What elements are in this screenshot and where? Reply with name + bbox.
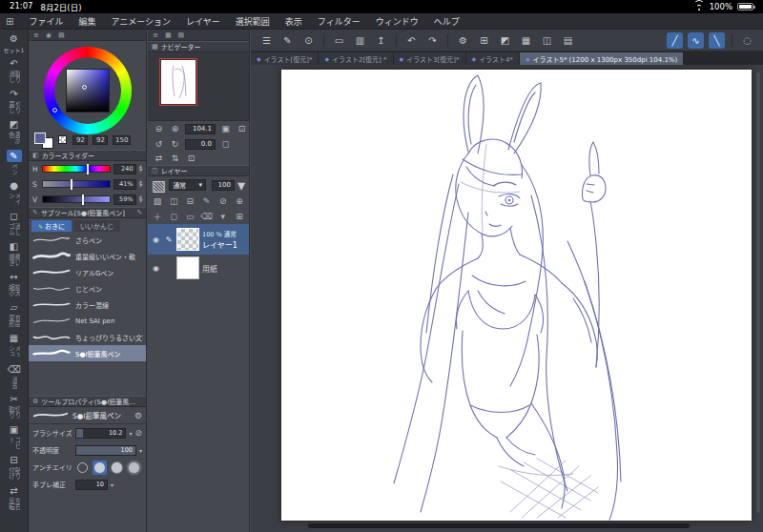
color-ring-icon[interactable]: ⊙ (300, 32, 317, 49)
brush-item[interactable]: ちょっぴりうるさい文字ペン (29, 329, 146, 345)
quick-access-set-label[interactable]: セット1 (4, 46, 25, 54)
export-icon[interactable]: ↥ (373, 32, 389, 49)
clip-layer-icon[interactable]: ⊟ (183, 196, 196, 206)
value-value[interactable]: 59% (113, 194, 136, 205)
edge-item-paste[interactable]: ⊟ 貼り付け (1, 452, 28, 482)
transparent-swatch[interactable] (58, 135, 67, 144)
opacity-slider[interactable]: 100 (75, 445, 136, 456)
layer-opacity-caret-icon[interactable]: ▾ (237, 176, 245, 194)
zoom-value[interactable]: 104.1 (185, 124, 216, 134)
delete-layer-icon[interactable]: ⌫ (200, 212, 214, 221)
saturation-value-square[interactable] (66, 69, 110, 113)
antialias-weak-button[interactable] (93, 460, 107, 475)
quick-line-icon[interactable]: ╱ (667, 32, 683, 49)
edge-item-redo[interactable]: ↷ やり直し (1, 86, 28, 116)
canvas-tab-active[interactable]: ◆ イラスト5* (1200 x 1300px 350dpi 104.1%) (520, 52, 684, 65)
blend-mode-select[interactable]: 通常 ▾ (169, 179, 206, 191)
hue-marker[interactable] (52, 108, 57, 113)
brush-icon[interactable]: ✎ (279, 32, 296, 49)
rotation-value[interactable]: 0.0 (185, 139, 216, 150)
draft-layer-icon[interactable]: ✎ (200, 196, 214, 206)
flip-horizontal-icon[interactable]: ⇄ (153, 153, 165, 163)
material-icon[interactable]: ▤ (560, 32, 576, 49)
saturation-slider[interactable] (42, 180, 111, 188)
snap-ruler-icon[interactable]: ◩ (497, 32, 513, 49)
edge-item-main-color[interactable]: ● メイン (1, 177, 28, 208)
canvas-tab-1[interactable]: ◆ イラスト[復元]* (251, 52, 319, 65)
menu-selection[interactable]: 選択範囲 (228, 15, 278, 28)
brush-item[interactable]: 重量級いいペン・軟 (29, 248, 146, 264)
rotate-right-icon[interactable]: ↻ (169, 139, 181, 149)
marquee-icon[interactable]: ▭ (331, 32, 347, 49)
canvas-tab-2[interactable]: ◆ イラスト2[復元] * (319, 52, 393, 65)
actual-pixels-icon[interactable]: ⊡ (185, 153, 197, 163)
main-menu-icon[interactable]: ☰ (258, 32, 275, 49)
hue-stepper[interactable]: ▲▼ (139, 165, 142, 173)
brush-item[interactable]: カラー混線 (29, 297, 146, 313)
navigator-preview[interactable] (148, 52, 249, 121)
edge-item-copy[interactable]: ▣ コピー (1, 421, 28, 452)
more-caret-icon[interactable]: ▾ (217, 212, 230, 221)
layer-row-selected[interactable]: ◉ ✎ 100 % 通常 レイヤー1 (148, 224, 249, 255)
saturation-stepper[interactable]: ▲▼ (139, 180, 142, 188)
brush-item[interactable]: さらペン (29, 232, 146, 248)
stabilization-caret-icon[interactable]: ▾ (111, 481, 113, 488)
navigator-tab-icon[interactable]: ▦ (165, 31, 172, 39)
exclude-refer-icon[interactable]: ⊘ (217, 196, 230, 206)
redo-icon[interactable]: ↷ (424, 32, 441, 49)
edge-item-clear[interactable]: ⌫ 消去 (1, 360, 28, 391)
menu-layer[interactable]: レイヤー (178, 15, 228, 28)
antialias-middle-button[interactable] (110, 460, 124, 475)
subtool-group-favorites[interactable]: ✎ おきに (31, 220, 72, 232)
flip-vertical-icon[interactable]: ⇅ (169, 153, 181, 163)
subtool-group-nice[interactable]: いいかんじ (73, 220, 120, 232)
layer-menu-icon[interactable]: ⊞ (233, 212, 246, 221)
new-raster-icon[interactable]: ◻ (167, 212, 180, 221)
edge-item-scale[interactable]: ↔ 拡大縮小 (1, 269, 28, 299)
edge-item-cut[interactable]: ✂ 切り取り (1, 391, 28, 421)
edge-item-flip-horizontal[interactable]: ⇄ 左右反転 (1, 482, 28, 513)
canvas-tab-4[interactable]: ◆ イラスト4* (466, 52, 520, 65)
hue-value[interactable]: 240 (113, 164, 136, 174)
menu-view[interactable]: 表示 (278, 15, 310, 28)
file-icon[interactable]: ▥ (352, 32, 368, 49)
palette-handle-icon[interactable]: ≡ (33, 31, 39, 39)
antialias-none-button[interactable] (75, 460, 90, 475)
layer-mask-icon[interactable]: ⊕ (233, 196, 246, 206)
fit-screen-icon[interactable]: ▣ (219, 124, 232, 133)
snap-special-icon[interactable]: ◫ (539, 32, 555, 49)
value-stepper[interactable]: ▲▼ (139, 195, 142, 203)
rotate-left-icon[interactable]: ↺ (153, 139, 165, 149)
brush-item-selected[interactable]: S●I鉛筆風ペン (29, 345, 146, 361)
tool-settings-icon[interactable]: ⚙ (134, 411, 142, 420)
sv-marker[interactable] (82, 85, 87, 90)
canvas-tab-3[interactable]: ◆ イラスト3[復元]* (394, 52, 466, 65)
opacity-caret-icon[interactable]: ▾ (139, 447, 142, 454)
reset-rotation-icon[interactable]: ◻ (219, 139, 232, 149)
settings-icon[interactable]: ⚙ (455, 32, 471, 49)
zoom-in-icon[interactable]: ⊕ (169, 124, 181, 133)
brush-item[interactable]: Net SAI pen (29, 313, 146, 329)
menu-animation[interactable]: アニメーション (103, 15, 178, 28)
layer-opacity-value[interactable]: 100 (212, 180, 235, 191)
wrench-icon[interactable]: ⚙ (6, 32, 21, 45)
zoom-out-icon[interactable]: ⊖ (153, 124, 165, 133)
palette-handle-icon[interactable]: ≡ (153, 31, 158, 39)
menu-filter[interactable]: フィルター (310, 15, 368, 28)
actual-size-icon[interactable]: ⊡ (236, 124, 248, 133)
size-caret-icon[interactable]: ▾ (129, 430, 132, 437)
layer-row-paper[interactable]: ◉ 用紙 (148, 255, 249, 281)
menu-help[interactable]: ヘルプ (426, 15, 467, 28)
size-source-icon[interactable]: ⊘ (134, 428, 142, 438)
app-grid-icon[interactable]: ⊞ (6, 16, 13, 27)
vertical-scrollbar[interactable] (756, 72, 760, 513)
drawing-canvas[interactable] (281, 70, 752, 521)
value-slider[interactable] (42, 195, 111, 203)
edge-item-free-transform[interactable]: ▱ 自由変形 (1, 299, 28, 330)
info-tab-icon[interactable]: ▤ (178, 31, 185, 39)
edge-item-mesh[interactable]: ▦ メッシュ (1, 330, 28, 360)
new-folder-icon[interactable]: ▭ (183, 212, 196, 221)
color-set-tab-icon[interactable]: ▤ (58, 31, 65, 39)
hue-slider[interactable] (42, 165, 111, 173)
horizontal-scrollbar[interactable] (308, 523, 690, 528)
